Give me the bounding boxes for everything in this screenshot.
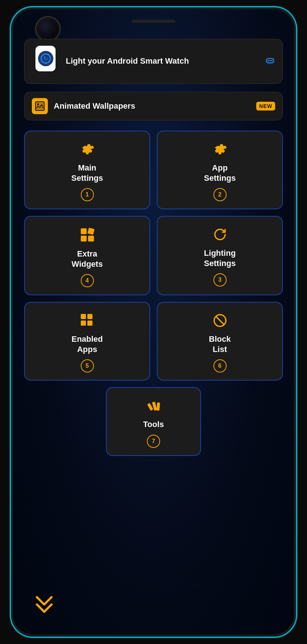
enabled-apps-number: 5 — [81, 359, 94, 372]
svg-rect-9 — [87, 314, 92, 319]
svg-rect-8 — [81, 314, 86, 319]
menu-item-tools[interactable]: Tools 7 — [106, 387, 201, 456]
menu-item-block-list[interactable]: BlockList 6 — [157, 302, 283, 381]
tools-number: 7 — [147, 435, 160, 448]
svg-point-3 — [37, 104, 39, 105]
svg-rect-16 — [156, 402, 160, 411]
menu-grid: MainSettings 1 AppSettings 2 — [24, 131, 283, 456]
block-list-number: 6 — [213, 359, 227, 372]
gear-icon-1 — [80, 142, 95, 159]
header-card[interactable]: Light your Android Smart Watch — [24, 39, 283, 84]
svg-rect-6 — [81, 236, 87, 242]
header-text: Light your Android Smart Watch — [66, 56, 258, 67]
tools-label: Tools — [143, 419, 164, 430]
bottom-chevrons — [31, 594, 57, 620]
block-list-label: BlockList — [209, 334, 231, 354]
svg-rect-10 — [81, 321, 86, 326]
lighting-settings-label: LightingSettings — [204, 248, 236, 268]
wallpaper-icon — [32, 98, 48, 114]
gear-icon-2 — [212, 142, 228, 159]
svg-rect-4 — [81, 228, 87, 234]
svg-rect-2 — [35, 102, 44, 111]
svg-rect-7 — [88, 236, 94, 242]
link-icon[interactable] — [265, 57, 275, 66]
main-content: Light your Android Smart Watch — [13, 10, 294, 456]
refresh-icon — [212, 227, 228, 244]
grid-icon — [80, 313, 95, 330]
menu-item-app-settings[interactable]: AppSettings 2 — [157, 131, 283, 209]
lighting-settings-number: 3 — [213, 273, 227, 287]
svg-rect-11 — [87, 321, 92, 326]
svg-rect-5 — [87, 228, 95, 235]
new-badge: NEW — [256, 102, 275, 111]
wallpapers-label: Animated Wallpapers — [54, 101, 250, 111]
extra-widgets-label: ExtraWidgets — [72, 249, 103, 269]
watch-icon — [32, 46, 59, 77]
menu-item-extra-widgets[interactable]: ExtraWidgets 4 — [24, 216, 150, 295]
screen: Light your Android Smart Watch — [13, 10, 294, 634]
menu-item-lighting-settings[interactable]: LightingSettings 3 — [157, 216, 283, 295]
tools-icon — [146, 398, 161, 416]
widgets-icon — [79, 227, 95, 245]
menu-item-enabled-apps[interactable]: EnabledApps 5 — [24, 302, 150, 381]
main-settings-number: 1 — [81, 188, 94, 201]
enabled-apps-label: EnabledApps — [72, 334, 103, 354]
menu-item-main-settings[interactable]: MainSettings 1 — [24, 131, 150, 209]
phone-frame: Light your Android Smart Watch — [11, 7, 296, 637]
extra-widgets-number: 4 — [81, 274, 94, 287]
app-settings-label: AppSettings — [204, 163, 236, 183]
svg-line-13 — [216, 316, 224, 325]
main-settings-label: MainSettings — [71, 163, 103, 183]
wallpapers-banner[interactable]: Animated Wallpapers NEW — [24, 92, 283, 120]
svg-rect-14 — [147, 403, 154, 411]
app-settings-number: 2 — [213, 188, 227, 201]
block-icon — [212, 313, 228, 330]
header-title: Light your Android Smart Watch — [66, 56, 258, 67]
